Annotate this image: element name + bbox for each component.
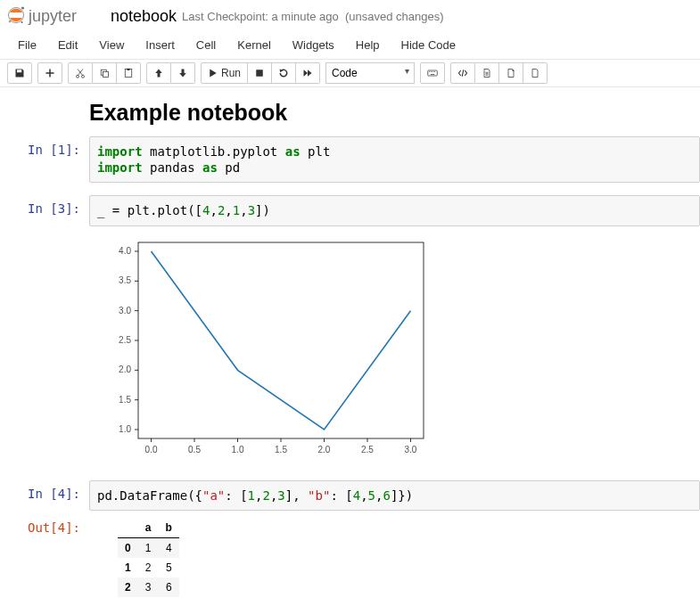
- code-notebook-button[interactable]: [523, 62, 548, 84]
- svg-text:1.5: 1.5: [119, 394, 131, 404]
- cell-type-select[interactable]: Code: [325, 62, 415, 84]
- svg-text:3.0: 3.0: [119, 305, 131, 315]
- notebook-area: Example notebook In [1]: import matplotl…: [0, 87, 700, 598]
- toolbar: Run Code: [0, 60, 700, 87]
- menu-help[interactable]: Help: [345, 31, 391, 59]
- svg-point-2: [9, 20, 12, 23]
- notebook-heading: Example notebook: [89, 94, 700, 135]
- input-prompt: In [3]:: [0, 195, 89, 467]
- keyboard-icon: [427, 68, 438, 78]
- code-toggle-button[interactable]: [450, 62, 475, 84]
- insert-cell-button[interactable]: [37, 62, 62, 84]
- command-palette-button[interactable]: [420, 62, 445, 84]
- svg-text:1.5: 1.5: [275, 445, 287, 455]
- restart-icon: [278, 68, 289, 78]
- code-icon: [457, 68, 468, 78]
- paste-icon: [123, 68, 134, 78]
- file-blank-icon: [530, 68, 540, 78]
- svg-text:4.0: 4.0: [119, 246, 131, 256]
- menu-file[interactable]: File: [7, 31, 47, 59]
- cut-button[interactable]: [68, 62, 93, 84]
- svg-text:1.0: 1.0: [232, 445, 244, 455]
- svg-text:0.0: 0.0: [145, 445, 158, 455]
- code-input[interactable]: _ = plt.plot([4,2,1,3]): [89, 195, 700, 225]
- run-icon: [208, 68, 218, 78]
- svg-rect-11: [256, 70, 263, 77]
- notebook-title[interactable]: notebook: [111, 7, 177, 26]
- input-prompt: In [1]:: [0, 136, 89, 183]
- paste-button[interactable]: [117, 62, 141, 84]
- restart-button[interactable]: [272, 62, 296, 84]
- dataframe-table: ab014125236: [118, 518, 179, 597]
- save-icon: [14, 68, 25, 78]
- move-down-button[interactable]: [171, 62, 195, 84]
- code-cell[interactable]: In [4]: pd.DataFrame({"a": [1,2,3], "b":…: [0, 479, 700, 512]
- svg-text:2.5: 2.5: [119, 335, 131, 345]
- code-input[interactable]: pd.DataFrame({"a": [1,2,3], "b": [4,5,6]…: [89, 480, 700, 511]
- svg-text:3.0: 3.0: [405, 445, 417, 455]
- menu-cell[interactable]: Cell: [185, 31, 226, 59]
- code-pdf-button[interactable]: [499, 62, 523, 84]
- file-icon: [482, 68, 492, 78]
- code-cell[interactable]: In [3]: _ = plt.plot([4,2,1,3]) 0.00.51.…: [0, 193, 700, 469]
- svg-text:3.5: 3.5: [119, 275, 131, 285]
- notebook-header: jupyter notebook Last Checkpoint: a minu…: [0, 0, 700, 31]
- restart-run-button[interactable]: [296, 62, 320, 84]
- jupyter-logo[interactable]: jupyter: [7, 4, 103, 29]
- menu-edit[interactable]: Edit: [47, 31, 88, 59]
- svg-text:2.0: 2.0: [318, 445, 331, 455]
- checkpoint-status: Last Checkpoint: a minute ago (unsaved c…: [182, 10, 443, 23]
- interrupt-button[interactable]: [248, 62, 272, 84]
- cut-icon: [75, 68, 86, 78]
- save-button[interactable]: [7, 62, 32, 84]
- code-input[interactable]: import matplotlib.pyplot as plt import p…: [89, 136, 700, 183]
- output-area: 0.00.51.01.52.02.53.01.01.52.02.53.03.54…: [89, 226, 700, 468]
- arrow-down-icon: [177, 68, 188, 78]
- svg-text:1.0: 1.0: [119, 424, 131, 434]
- code-cell[interactable]: In [1]: import matplotlib.pyplot as plt …: [0, 135, 700, 184]
- fast-forward-icon: [302, 68, 313, 78]
- markdown-cell[interactable]: Example notebook: [0, 94, 700, 135]
- stop-icon: [254, 68, 265, 78]
- move-up-button[interactable]: [146, 62, 171, 84]
- menubar: File Edit View Insert Cell Kernel Widget…: [0, 31, 700, 60]
- svg-rect-13: [138, 242, 424, 438]
- svg-text:0.5: 0.5: [188, 445, 201, 455]
- copy-button[interactable]: [93, 62, 117, 84]
- menu-widgets[interactable]: Widgets: [282, 31, 345, 59]
- svg-text:jupyter: jupyter: [28, 7, 77, 25]
- svg-point-3: [21, 21, 23, 23]
- svg-rect-10: [128, 69, 130, 70]
- menu-kernel[interactable]: Kernel: [226, 31, 282, 59]
- line-plot: 0.00.51.01.52.02.53.01.01.52.02.53.03.54…: [89, 233, 437, 465]
- svg-point-1: [21, 6, 24, 9]
- menu-view[interactable]: View: [88, 31, 135, 59]
- input-prompt: In [4]:: [0, 480, 89, 511]
- menu-hide-code[interactable]: Hide Code: [391, 31, 466, 59]
- svg-rect-12: [428, 70, 438, 76]
- plus-icon: [45, 68, 55, 78]
- svg-text:2.0: 2.0: [119, 365, 131, 374]
- menu-insert[interactable]: Insert: [135, 31, 185, 59]
- svg-text:2.5: 2.5: [361, 445, 374, 455]
- svg-rect-8: [103, 72, 109, 78]
- output-cell: Out[4]: ab014125236: [0, 512, 700, 598]
- arrow-up-icon: [153, 68, 164, 78]
- run-button[interactable]: Run: [201, 62, 248, 84]
- output-prompt: Out[4]:: [0, 514, 89, 597]
- code-html-button[interactable]: [475, 62, 499, 84]
- copy-icon: [99, 68, 110, 78]
- file-pdf-icon: [506, 68, 516, 78]
